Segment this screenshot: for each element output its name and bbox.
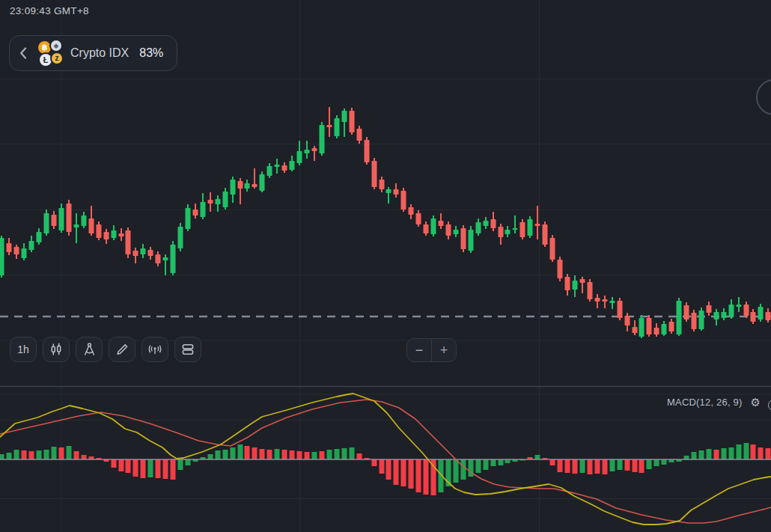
candle-body bbox=[74, 224, 79, 227]
bitcoin-icon: ฿ bbox=[38, 41, 51, 54]
candle-body bbox=[141, 248, 146, 254]
macd-hist-bar bbox=[178, 459, 183, 470]
macd-hist-bar bbox=[112, 459, 117, 468]
macd-hist-bar bbox=[126, 459, 131, 473]
asset-selector[interactable]: ฿ ◆ Ł z Crypto IDX 83% bbox=[9, 35, 177, 71]
candle-body bbox=[320, 125, 325, 153]
candle-body bbox=[104, 232, 109, 239]
macd-hist-bar bbox=[380, 459, 385, 474]
macd-hist-bar bbox=[535, 455, 540, 459]
candle-body bbox=[618, 301, 623, 318]
candle-body bbox=[201, 202, 206, 217]
trading-app: 23:09:43 GMT+8 ฿ ◆ Ł z Crypto IDX 83% 1h bbox=[0, 0, 771, 532]
candle-body bbox=[119, 233, 124, 236]
macd-hist-bar bbox=[14, 450, 19, 459]
zoom-out-button[interactable]: − bbox=[407, 339, 432, 361]
candle-body bbox=[22, 248, 27, 258]
candle-body bbox=[335, 118, 340, 136]
candle-body bbox=[89, 218, 94, 233]
macd-hist-bar bbox=[216, 450, 221, 459]
macd-hist-bar bbox=[119, 459, 124, 471]
candle-body bbox=[446, 224, 451, 236]
candle-body bbox=[595, 298, 600, 302]
macd-hist-bar bbox=[647, 459, 652, 469]
candle-body bbox=[520, 222, 525, 237]
macd-hist-bar bbox=[245, 446, 250, 459]
macd-hist-bar bbox=[633, 459, 638, 472]
macd-hist-bar bbox=[499, 459, 504, 465]
macd-hist-bar bbox=[588, 459, 593, 474]
crypto-idx-icon: ฿ ◆ Ł z bbox=[36, 40, 63, 67]
candle-body bbox=[431, 218, 436, 234]
litecoin-icon: Ł bbox=[40, 54, 52, 66]
candle-body bbox=[260, 174, 265, 191]
candle-body bbox=[29, 241, 34, 250]
drawing-tools-button[interactable] bbox=[109, 337, 135, 362]
macd-hist-bar bbox=[186, 459, 191, 465]
candle-body bbox=[603, 299, 608, 302]
candle-body bbox=[758, 307, 764, 319]
macd-hist-bar bbox=[312, 452, 317, 459]
candle-body bbox=[148, 250, 153, 256]
macd-hist-bar bbox=[171, 459, 176, 480]
candle-body bbox=[186, 208, 191, 229]
candle-body bbox=[97, 224, 102, 238]
chart-toolbar: 1h bbox=[10, 337, 201, 362]
macd-hist-bar bbox=[282, 450, 287, 459]
candle-body bbox=[52, 215, 57, 226]
macd-hist-bar bbox=[208, 454, 213, 459]
macd-hist-bar bbox=[610, 459, 615, 471]
macd-hist-bar bbox=[654, 459, 659, 466]
candle-body bbox=[208, 200, 213, 204]
candle-body bbox=[692, 313, 697, 329]
candle-body bbox=[372, 161, 377, 187]
candle-body bbox=[401, 191, 406, 210]
macd-hist-bar bbox=[357, 453, 362, 459]
layouts-button[interactable] bbox=[174, 337, 201, 362]
macd-hist-bar bbox=[148, 459, 153, 477]
indicators-button[interactable] bbox=[76, 337, 103, 362]
candle-body bbox=[178, 227, 183, 248]
macd-hist-bar bbox=[625, 459, 630, 471]
pencil-icon bbox=[115, 342, 129, 357]
candle-body bbox=[245, 183, 250, 189]
compass-icon bbox=[82, 342, 97, 358]
candle-body bbox=[82, 215, 87, 226]
candle-body bbox=[737, 305, 742, 307]
macd-hist-bar bbox=[491, 459, 496, 466]
macd-hist-bar bbox=[342, 448, 347, 459]
macd-hist-bar bbox=[766, 448, 771, 459]
macd-header: MACD(12, 26, 9) ⚙ bbox=[0, 397, 771, 408]
macd-hist-bar bbox=[327, 450, 332, 459]
candle-body bbox=[625, 316, 630, 325]
candle-body bbox=[729, 305, 734, 317]
macd-hist-bar bbox=[252, 447, 257, 459]
macd-hist-bar bbox=[707, 449, 712, 459]
interval-button[interactable]: 1h bbox=[10, 337, 37, 362]
signals-button[interactable] bbox=[141, 337, 168, 362]
macd-hist-bar bbox=[350, 447, 355, 459]
macd-hist-bar bbox=[22, 450, 27, 459]
candle-body bbox=[44, 213, 49, 233]
candle-body bbox=[409, 207, 414, 215]
macd-hist-bar bbox=[729, 447, 734, 459]
candle-body bbox=[707, 305, 712, 313]
candle-body bbox=[126, 230, 131, 254]
macd-hist-bar bbox=[714, 450, 719, 459]
signal-icon bbox=[147, 342, 163, 357]
candle-body bbox=[528, 219, 533, 236]
candle-type-button[interactable] bbox=[43, 337, 70, 362]
macd-hist-bar bbox=[454, 459, 459, 483]
candle-body bbox=[654, 328, 659, 334]
candle-body bbox=[171, 245, 176, 273]
macd-hist-bar bbox=[416, 459, 421, 492]
candle-body bbox=[684, 305, 689, 319]
chart-canvas[interactable] bbox=[0, 0, 771, 532]
candle-body bbox=[163, 257, 168, 260]
macd-hist-bar bbox=[260, 449, 265, 459]
zoom-in-button[interactable]: + bbox=[432, 339, 456, 361]
gear-icon[interactable]: ⚙ bbox=[751, 397, 761, 408]
candle-body bbox=[312, 148, 317, 151]
candle-body bbox=[439, 221, 444, 226]
macd-hist-bar bbox=[722, 448, 727, 459]
